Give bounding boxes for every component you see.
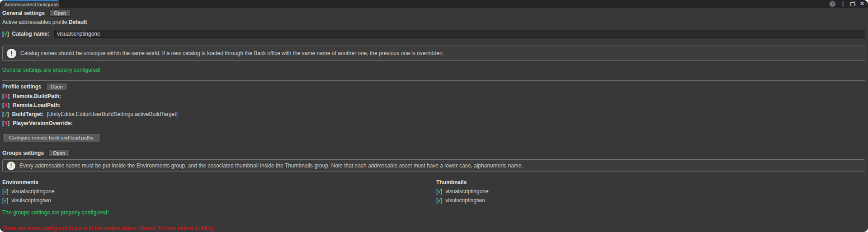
- profile-check-label: BuildTarget:: [12, 111, 44, 117]
- profile-check-row: X Remote.BuildPath:: [2, 92, 865, 101]
- profile-checks-list: X Remote.BuildPath: X Remote.LoadPath: √…: [2, 92, 865, 128]
- panel-content: General settings Open Active addressable…: [0, 9, 868, 232]
- info-icon: !: [7, 49, 16, 58]
- window-controls: ? ⋮ ✕: [830, 0, 864, 7]
- profile-check-label: Remote.LoadPath:: [13, 102, 61, 108]
- profile-settings-title: Profile settings: [2, 84, 42, 90]
- groups-info-text: Every addressable scene must be put insi…: [19, 162, 523, 169]
- profile-check-row: X Remote.LoadPath:: [2, 101, 865, 110]
- list-item: √ visualscriptingone: [436, 187, 865, 196]
- check-icon: √: [436, 188, 442, 195]
- divider: [2, 221, 865, 221]
- list-item: √ visulscriptingtwo: [2, 196, 436, 205]
- tab-bar: AddressablesConfigurati... ? ⋮ ✕: [0, 0, 868, 8]
- profile-check-label: PlayerVersionOverride:: [13, 120, 73, 126]
- cross-icon: X: [2, 102, 9, 108]
- divider: [2, 147, 865, 147]
- groups-info-box: ! Every addressable scene must be put in…: [2, 159, 865, 172]
- general-status-text: General settings are properly configured…: [2, 67, 865, 74]
- info-icon: !: [7, 162, 15, 170]
- check-icon: √: [2, 188, 8, 195]
- profile-check-label: Remote.BuildPath:: [13, 93, 61, 99]
- cross-icon: X: [2, 93, 9, 99]
- tab-addressables-configuration[interactable]: AddressablesConfigurati...: [1, 0, 59, 8]
- float-window-icon[interactable]: [850, 2, 855, 6]
- thumbnail-item-label: visualscriptingone: [445, 188, 488, 195]
- check-icon: √: [2, 111, 9, 117]
- groups-columns: Environments √ visualscriptingone √ visu…: [2, 178, 865, 205]
- kebab-menu-icon[interactable]: ⋮: [840, 1, 846, 7]
- tab-title: AddressablesConfigurati...: [5, 2, 59, 7]
- profile-check-value: [UnityEditor.EditorUserBuildSettings.act…: [47, 111, 177, 117]
- check-icon: √: [436, 197, 442, 204]
- close-icon[interactable]: ✕: [860, 1, 864, 7]
- catalog-name-row: √ Catalog name:: [2, 29, 865, 38]
- active-profile-label: Active addressables profile:: [2, 19, 69, 25]
- groups-settings-title: Groups settings: [2, 150, 44, 156]
- profile-check-row: √ BuildTarget: [UnityEditor.EditorUserBu…: [2, 110, 865, 119]
- check-icon: √: [2, 31, 9, 37]
- catalog-info-box: ! Catalog names should be univoque withi…: [2, 46, 865, 61]
- list-item: √ visualscriptingone: [2, 187, 436, 196]
- addressables-configuration-window: AddressablesConfigurati... ? ⋮ ✕ General…: [0, 0, 868, 232]
- list-item: √ visulscriptingtwo: [436, 196, 865, 205]
- profile-open-button[interactable]: Open: [46, 83, 67, 90]
- catalog-info-text: Catalog names should be univoque within …: [20, 50, 444, 56]
- general-open-button[interactable]: Open: [49, 9, 71, 17]
- groups-settings-header: Groups settings Open: [2, 149, 865, 157]
- profile-check-row: X PlayerVersionOverride:: [2, 119, 865, 128]
- cross-icon: X: [2, 120, 9, 126]
- environment-item-label: visulscriptingtwo: [11, 197, 51, 204]
- catalog-name-input[interactable]: [54, 30, 865, 38]
- groups-status-text: The groups settings are properly configu…: [2, 209, 865, 216]
- help-icon[interactable]: ?: [830, 1, 835, 7]
- divider: [2, 80, 865, 81]
- check-icon: √: [2, 197, 8, 204]
- active-profile-value: Default: [69, 19, 87, 25]
- catalog-name-label: Catalog name:: [12, 31, 50, 37]
- configure-remote-paths-button[interactable]: Configure remote build and load paths: [2, 134, 100, 142]
- thumbnails-column: Thumbnails √ visualscriptingone √ visuls…: [436, 178, 865, 205]
- general-settings-header: General settings Open: [2, 9, 865, 17]
- general-settings-title: General settings: [2, 10, 45, 16]
- environments-column: Environments √ visualscriptingone √ visu…: [2, 178, 436, 205]
- profile-settings-header: Profile settings Open: [2, 83, 865, 90]
- thumbnails-header: Thumbnails: [436, 178, 865, 187]
- environments-header: Environments: [2, 178, 436, 187]
- configuration-error-text: There are some configuration issue in th…: [2, 225, 865, 232]
- environment-item-label: visualscriptingone: [11, 188, 54, 195]
- active-profile-row: Active addressables profile: Default: [2, 19, 865, 25]
- groups-open-button[interactable]: Open: [48, 149, 70, 157]
- thumbnail-item-label: visulscriptingtwo: [445, 197, 485, 204]
